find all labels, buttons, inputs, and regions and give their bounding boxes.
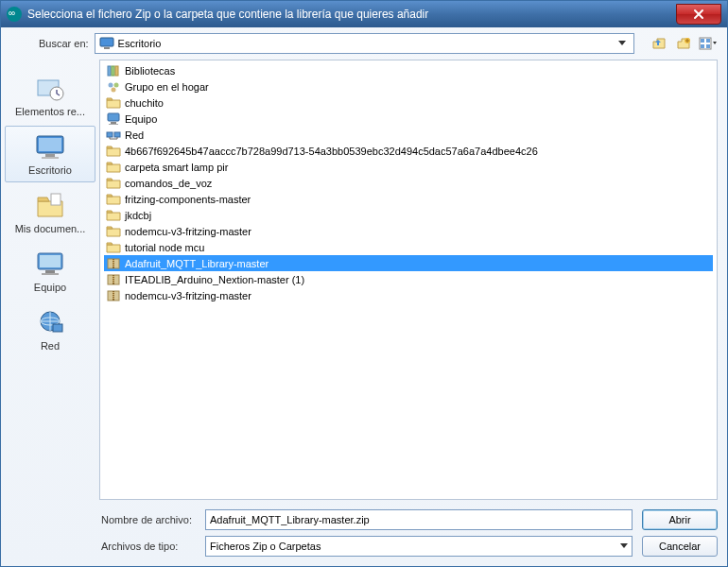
- list-item[interactable]: Equipo: [104, 111, 713, 127]
- close-icon: [693, 9, 704, 20]
- svg-rect-5: [706, 39, 710, 43]
- folder-icon: [106, 208, 121, 223]
- list-item[interactable]: Red: [104, 127, 713, 143]
- network-icon: [33, 308, 67, 338]
- svg-rect-47: [113, 292, 114, 293]
- bottom-panel: Nombre de archivo: Abrir Archivos de tip…: [1, 504, 727, 566]
- dialog-body: Elementos re...EscritorioMis documen...E…: [1, 56, 727, 504]
- network-icon: [106, 128, 121, 143]
- look-in-combo[interactable]: Escritorio: [95, 33, 634, 54]
- list-item-label: Grupo en el hogar: [125, 81, 209, 93]
- svg-rect-1: [104, 47, 110, 49]
- folder-icon: [106, 176, 121, 191]
- list-item-label: tutorial node mcu: [125, 242, 204, 253]
- titlebar: Selecciona el fichero Zip o la carpeta q…: [1, 1, 727, 27]
- folder-icon: [106, 160, 121, 175]
- window-title: Selecciona el fichero Zip o la carpeta q…: [27, 8, 676, 21]
- list-item[interactable]: nodemcu-v3-fritzing-master: [104, 223, 713, 239]
- list-item[interactable]: carpeta smart lamp pir: [104, 159, 713, 175]
- list-item-label: nodemcu-v3-fritzing-master: [125, 290, 251, 301]
- list-item-label: chuchito: [125, 97, 164, 109]
- places-item-label: Elementos re...: [9, 106, 92, 117]
- cancel-button[interactable]: Cancelar: [642, 536, 718, 557]
- toolbar-icons: [650, 34, 718, 53]
- places-item-documents[interactable]: Mis documen...: [5, 184, 95, 241]
- up-one-level-button[interactable]: [650, 34, 668, 53]
- places-item-label: Equipo: [9, 282, 92, 293]
- list-item[interactable]: fritzing-components-master: [104, 191, 713, 207]
- folder-icon: [106, 144, 121, 159]
- places-item-desktop[interactable]: Escritorio: [5, 126, 95, 182]
- list-item-label: jkdcbj: [125, 210, 151, 221]
- desktop-icon: [99, 37, 114, 50]
- svg-rect-42: [113, 278, 114, 279]
- svg-rect-11: [39, 138, 61, 151]
- list-item[interactable]: chuchito: [104, 94, 713, 111]
- svg-rect-29: [111, 122, 116, 124]
- list-item-label: Bibliotecas: [125, 65, 175, 77]
- svg-rect-41: [113, 276, 114, 277]
- look-in-value: Escritorio: [118, 38, 162, 49]
- list-item-label: nodemcu-v3-fritzing-master: [125, 226, 251, 237]
- svg-rect-48: [113, 294, 114, 295]
- homegroup-icon: [106, 79, 121, 94]
- folder-icon: [106, 224, 121, 239]
- places-item-label: Red: [9, 340, 92, 352]
- svg-rect-37: [113, 264, 114, 265]
- list-item[interactable]: Grupo en el hogar: [104, 78, 713, 94]
- filename-input[interactable]: [205, 509, 633, 530]
- svg-rect-30: [109, 124, 118, 125]
- documents-icon: [33, 191, 67, 221]
- filetype-value: Ficheros Zip o Carpetas: [210, 541, 321, 552]
- filetype-combo[interactable]: Ficheros Zip o Carpetas: [205, 536, 633, 557]
- desktop-icon: [33, 132, 67, 163]
- look-in-label: Buscar en:: [39, 38, 89, 49]
- svg-rect-44: [113, 282, 114, 283]
- svg-rect-28: [108, 113, 119, 121]
- list-item-label: carpeta smart lamp pir: [125, 162, 228, 173]
- list-item-label: 4b667f692645b47aaccc7b728a99d713-54a3bb0…: [125, 146, 538, 157]
- new-folder-button[interactable]: [674, 34, 693, 53]
- list-item[interactable]: comandos_de_voz: [104, 175, 713, 191]
- open-button[interactable]: Abrir: [642, 509, 718, 530]
- view-menu-button[interactable]: [699, 34, 718, 53]
- svg-rect-32: [114, 132, 120, 137]
- list-item[interactable]: 4b667f692645b47aaccc7b728a99d713-54a3bb0…: [104, 143, 713, 159]
- svg-rect-14: [51, 194, 61, 205]
- places-item-recent[interactable]: Elementos re...: [5, 67, 95, 124]
- svg-rect-18: [42, 273, 59, 275]
- close-button[interactable]: [676, 4, 721, 25]
- list-item-label: Adafruit_MQTT_Library-master: [125, 258, 269, 269]
- list-item[interactable]: Adafruit_MQTT_Library-master: [104, 255, 713, 271]
- zip-icon: [106, 272, 121, 287]
- list-item-label: ITEADLIB_Arduino_Nextion-master (1): [125, 274, 304, 285]
- places-item-computer[interactable]: Equipo: [5, 243, 95, 300]
- places-item-network[interactable]: Red: [5, 301, 95, 358]
- list-item[interactable]: nodemcu-v3-fritzing-master: [104, 287, 713, 303]
- svg-rect-23: [112, 66, 114, 76]
- svg-rect-22: [108, 66, 111, 76]
- list-item-label: fritzing-components-master: [125, 194, 251, 205]
- list-item[interactable]: jkdcbj: [104, 207, 713, 223]
- list-item[interactable]: tutorial node mcu: [104, 239, 713, 255]
- computer-icon: [33, 249, 67, 280]
- svg-rect-36: [113, 262, 114, 263]
- svg-point-27: [112, 87, 116, 92]
- list-item[interactable]: ITEADLIB_Arduino_Nextion-master (1): [104, 271, 713, 287]
- svg-rect-49: [113, 296, 114, 297]
- svg-rect-0: [100, 38, 113, 46]
- svg-rect-12: [45, 154, 55, 157]
- svg-rect-4: [701, 39, 704, 43]
- file-dialog-window: Selecciona el fichero Zip o la carpeta q…: [0, 0, 728, 567]
- list-item-label: comandos_de_voz: [125, 178, 212, 189]
- computer-icon: [106, 112, 121, 127]
- folder-icon: [106, 95, 121, 111]
- svg-rect-31: [107, 132, 113, 137]
- file-list[interactable]: BibliotecasGrupo en el hogarchuchitoEqui…: [99, 60, 718, 500]
- zip-icon: [106, 288, 121, 303]
- chevron-down-icon: [615, 36, 630, 51]
- svg-rect-21: [53, 324, 62, 332]
- arduino-icon: [7, 7, 22, 22]
- list-item[interactable]: Bibliotecas: [104, 62, 713, 78]
- svg-rect-7: [706, 44, 710, 48]
